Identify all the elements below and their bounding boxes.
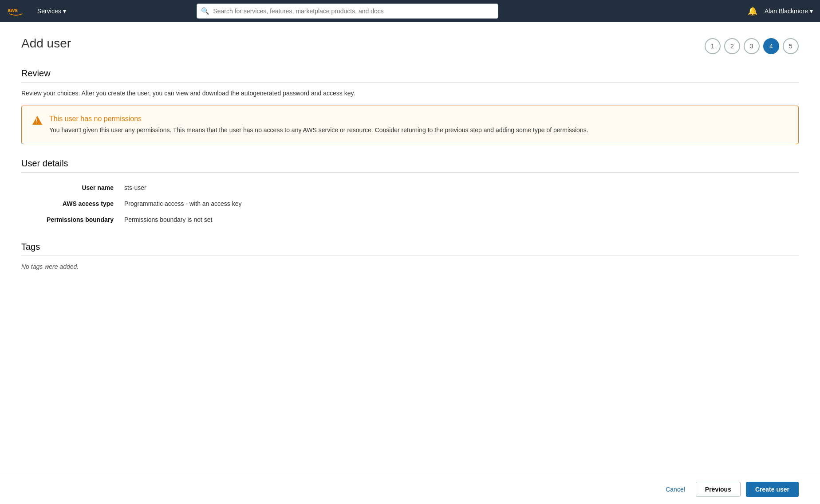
services-label: Services <box>37 8 61 15</box>
main-content: Add user 12345 Review Review your choice… <box>0 22 820 474</box>
previous-button[interactable]: Previous <box>696 482 741 497</box>
step-3-indicator: 3 <box>744 38 760 54</box>
warning-desc: You haven't given this user any permissi… <box>49 126 588 135</box>
field-label: Permissions boundary <box>21 212 119 228</box>
field-label: AWS access type <box>21 196 119 212</box>
field-label: User name <box>21 180 119 196</box>
notification-bell-icon[interactable]: 🔔 <box>748 6 757 16</box>
user-details-section: User details User name sts-user AWS acce… <box>21 158 799 228</box>
tags-divider <box>21 256 799 256</box>
user-details-table: User name sts-user AWS access type Progr… <box>21 180 799 228</box>
user-details-divider <box>21 172 799 173</box>
field-value: sts-user <box>119 180 799 196</box>
page-header: Add user 12345 <box>21 36 799 54</box>
search-bar: 🔍 <box>197 4 498 19</box>
warning-box: This user has no permissions You haven't… <box>21 106 799 144</box>
create-user-button[interactable]: Create user <box>746 482 799 497</box>
step-1-indicator: 1 <box>705 38 721 54</box>
chevron-down-icon: ▾ <box>63 8 66 15</box>
svg-text:aws: aws <box>8 7 18 13</box>
aws-logo[interactable]: aws <box>7 5 25 17</box>
table-row: User name sts-user <box>21 180 799 196</box>
user-details-title: User details <box>21 158 799 169</box>
review-divider <box>21 82 799 83</box>
step-indicators: 12345 <box>705 38 799 54</box>
review-section-title: Review <box>21 68 799 79</box>
field-value: Permissions boundary is not set <box>119 212 799 228</box>
search-icon: 🔍 <box>201 7 209 15</box>
tags-section-title: Tags <box>21 242 799 252</box>
tags-empty-label: No tags were added. <box>21 263 799 270</box>
footer: Cancel Previous Create user <box>0 474 820 504</box>
table-row: Permissions boundary Permissions boundar… <box>21 212 799 228</box>
warning-title: This user has no permissions <box>49 115 588 123</box>
step-5-indicator: 5 <box>783 38 799 54</box>
step-2-indicator: 2 <box>724 38 740 54</box>
user-name-label: Alan Blackmore <box>765 8 808 15</box>
review-section-desc: Review your choices. After you create th… <box>21 90 799 97</box>
field-value: Programmatic access - with an access key <box>119 196 799 212</box>
table-row: AWS access type Programmatic access - wi… <box>21 196 799 212</box>
services-menu-button[interactable]: Services ▾ <box>34 6 70 16</box>
nav-right: 🔔 Alan Blackmore ▾ <box>748 6 813 16</box>
warning-triangle-icon <box>32 116 42 135</box>
cancel-button[interactable]: Cancel <box>660 482 690 496</box>
review-section: Review Review your choices. After you cr… <box>21 68 799 97</box>
user-menu-button[interactable]: Alan Blackmore ▾ <box>765 8 813 15</box>
tags-section: Tags No tags were added. <box>21 242 799 270</box>
warning-content: This user has no permissions You haven't… <box>49 115 588 135</box>
search-input[interactable] <box>197 4 498 19</box>
top-navigation: aws Services ▾ 🔍 🔔 Alan Blackmore ▾ <box>0 0 820 22</box>
page-title: Add user <box>21 36 71 51</box>
user-chevron-icon: ▾ <box>810 8 813 15</box>
step-4-indicator: 4 <box>763 38 779 54</box>
